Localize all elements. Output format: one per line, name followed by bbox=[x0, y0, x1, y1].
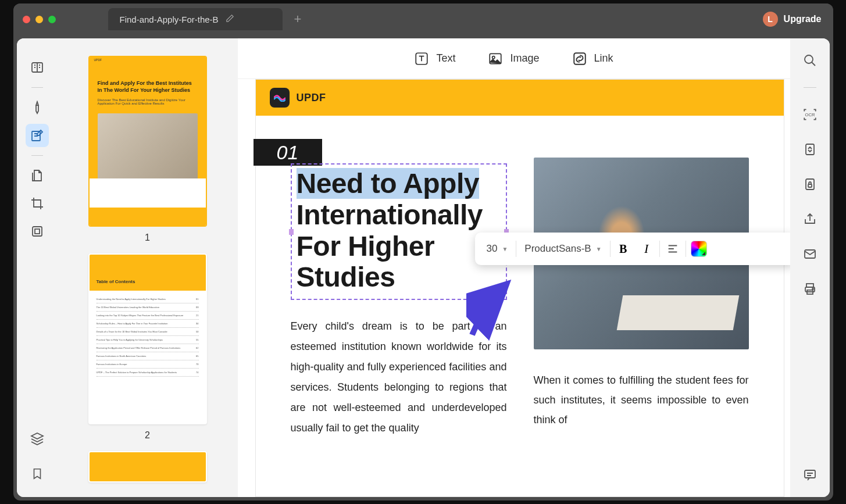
brand-label: UPDF bbox=[297, 92, 326, 104]
color-swatch-icon bbox=[691, 241, 707, 257]
italic-button[interactable]: I bbox=[636, 238, 657, 259]
toc-item: Details of a Team for the 10 Best Global… bbox=[97, 328, 199, 336]
window-controls bbox=[23, 16, 56, 23]
heading-line[interactable]: Internationally bbox=[297, 199, 501, 231]
link-label: Link bbox=[594, 52, 613, 65]
align-button[interactable] bbox=[662, 238, 683, 259]
layers-button[interactable] bbox=[26, 427, 49, 451]
resize-handle-left[interactable] bbox=[289, 229, 294, 235]
heading-line[interactable]: For Higher bbox=[297, 231, 501, 262]
thumbnail-number: 1 bbox=[75, 233, 220, 243]
thumb-title: Find and Apply For the Best Institutes I… bbox=[90, 64, 206, 98]
logo-icon bbox=[270, 88, 290, 108]
highlighter-tool-button[interactable] bbox=[26, 96, 49, 119]
ocr-button[interactable]: OCR bbox=[802, 106, 818, 123]
thumb-image bbox=[98, 113, 198, 183]
svg-rect-2 bbox=[33, 227, 42, 236]
toc-list: Understanding the Need to Apply Internat… bbox=[90, 291, 206, 381]
add-link-button[interactable]: Link bbox=[572, 51, 613, 66]
svg-point-6 bbox=[492, 56, 495, 58]
share-button[interactable] bbox=[802, 211, 818, 227]
bookmark-button[interactable] bbox=[26, 462, 49, 485]
toc-item: Looking into the Top 10 Subject Majors T… bbox=[97, 312, 199, 320]
thumb-subtitle: Discover The Best Educational Institute … bbox=[90, 98, 206, 105]
document-tab[interactable]: Find-and-Apply-For-the-B bbox=[108, 8, 283, 30]
minimize-window-button[interactable] bbox=[35, 16, 43, 23]
toc-item: Practical Tips to Help You in Applying f… bbox=[97, 336, 199, 344]
toc-item: Famous Institutions in Europe70 bbox=[97, 360, 199, 369]
left-toolbar bbox=[17, 38, 58, 497]
thumb-brand: UPDF bbox=[94, 58, 102, 62]
svg-point-17 bbox=[812, 288, 813, 289]
arrow-annotation bbox=[466, 271, 524, 341]
content-area: Text Image Link UPDF bbox=[238, 38, 790, 497]
new-tab-button[interactable]: + bbox=[294, 12, 302, 27]
redact-tool-button[interactable] bbox=[26, 220, 49, 243]
search-button[interactable] bbox=[802, 52, 818, 69]
font-family-select[interactable]: ProductSans-B ▼ bbox=[524, 243, 601, 255]
tab-strip: Find-and-Apply-For-the-B + bbox=[108, 8, 302, 30]
toc-item: Understanding the Need to Apply Internat… bbox=[97, 295, 199, 303]
right-toolbar: OCR bbox=[790, 38, 830, 497]
thumbnail-page-3[interactable] bbox=[88, 451, 207, 482]
convert-button[interactable] bbox=[802, 141, 818, 158]
comments-button[interactable] bbox=[802, 467, 818, 483]
toc-title: Table of Contents bbox=[90, 255, 206, 287]
toc-item: Famous Institutions in North American Co… bbox=[97, 352, 199, 360]
svg-rect-3 bbox=[35, 229, 40, 234]
add-image-button[interactable]: Image bbox=[488, 51, 539, 66]
body-paragraph[interactable]: When it comes to fulfilling the student … bbox=[534, 370, 749, 430]
crop-tool-button[interactable] bbox=[26, 192, 49, 215]
email-button[interactable] bbox=[802, 246, 818, 262]
chapter-number-badge: 01 bbox=[254, 139, 322, 166]
user-avatar[interactable]: L bbox=[763, 12, 778, 27]
thumbnail-page-2[interactable]: Table of Contents Understanding the Need… bbox=[88, 253, 207, 424]
text-color-button[interactable] bbox=[688, 238, 709, 259]
protect-button[interactable] bbox=[802, 176, 818, 192]
upgrade-label: Upgrade bbox=[784, 14, 822, 24]
document-header: UPDF bbox=[256, 80, 784, 116]
thumbnail-page-1[interactable]: UPDF Find and Apply For the Best Institu… bbox=[88, 56, 207, 227]
add-text-button[interactable]: Text bbox=[414, 51, 455, 66]
print-button[interactable] bbox=[802, 281, 818, 297]
toc-item: Reviewing the Application Period and Off… bbox=[97, 344, 199, 352]
image-label: Image bbox=[510, 52, 539, 65]
thumbnails-panel: UPDF Find and Apply For the Best Institu… bbox=[58, 38, 238, 497]
toc-item: UPDF – The Perfect Solution to Prepare S… bbox=[97, 369, 199, 377]
reader-mode-button[interactable] bbox=[26, 56, 49, 79]
thumbnail-number: 2 bbox=[75, 430, 220, 441]
heading-selected-text[interactable]: Need to Apply bbox=[297, 168, 479, 199]
font-family-value: ProductSans-B bbox=[524, 243, 591, 255]
svg-point-8 bbox=[805, 55, 813, 63]
text-label: Text bbox=[436, 52, 455, 65]
edit-tool-button[interactable] bbox=[26, 124, 49, 147]
text-format-toolbar: 30 ▼ ProductSans-B ▼ B I bbox=[475, 233, 790, 265]
upgrade-area[interactable]: L Upgrade bbox=[763, 12, 822, 27]
maximize-window-button[interactable] bbox=[48, 16, 56, 23]
font-size-value: 30 bbox=[487, 243, 498, 255]
toc-item: Scholarship Rules – How to Apply For One… bbox=[97, 320, 199, 328]
chevron-down-icon: ▼ bbox=[596, 246, 602, 252]
svg-rect-7 bbox=[574, 53, 586, 65]
tab-title: Find-and-Apply-For-the-B bbox=[120, 15, 219, 24]
font-size-select[interactable]: 30 ▼ bbox=[487, 243, 508, 255]
chevron-down-icon: ▼ bbox=[502, 246, 508, 252]
edit-toolbar: Text Image Link bbox=[238, 38, 790, 79]
toc-item: The 10 Best Global Universities Leading … bbox=[97, 303, 199, 312]
titlebar: Find-and-Apply-For-the-B + L Upgrade bbox=[13, 3, 833, 35]
svg-text:OCR: OCR bbox=[805, 112, 815, 117]
pencil-icon[interactable] bbox=[226, 14, 234, 24]
close-window-button[interactable] bbox=[23, 16, 30, 23]
svg-rect-18 bbox=[805, 470, 815, 478]
svg-rect-12 bbox=[808, 184, 812, 187]
svg-rect-10 bbox=[806, 144, 814, 155]
pages-tool-button[interactable] bbox=[26, 164, 49, 187]
bold-button[interactable]: B bbox=[613, 238, 634, 259]
